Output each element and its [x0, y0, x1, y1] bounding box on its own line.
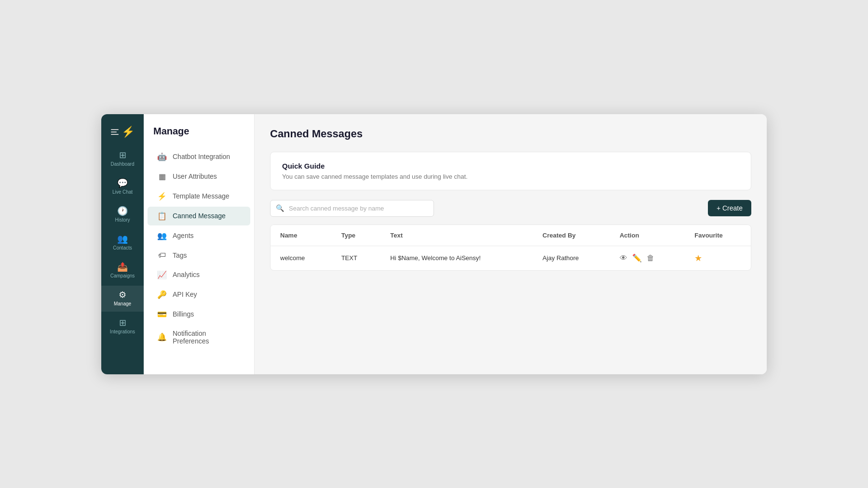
billings-icon: 💳 [157, 310, 167, 319]
sidebar-item-agents-label: Agents [173, 232, 194, 239]
table-header-row: Name Type Text Created By Action Favouri… [271, 225, 751, 246]
sidebar-item-live-chat-label: Live Chat [112, 189, 133, 195]
sidebar-item-contacts[interactable]: 👥 Contacts [101, 230, 144, 256]
tags-icon: 🏷 [157, 251, 167, 260]
col-name: Name [271, 225, 332, 246]
contacts-icon: 👥 [117, 235, 128, 243]
sidebar-item-chatbot-integration[interactable]: 🤖 Chatbot Integration [148, 147, 250, 166]
create-button[interactable]: + Create [708, 200, 751, 216]
col-text: Text [380, 225, 533, 246]
col-created-by: Created By [533, 225, 610, 246]
chatbot-integration-icon: 🤖 [157, 152, 167, 161]
sidebar-item-manage-label: Manage [114, 301, 131, 307]
campaigns-icon: 📤 [117, 263, 128, 271]
sidebar-item-user-attributes-label: User Attributes [173, 172, 217, 180]
history-icon: 🕐 [117, 207, 128, 215]
search-icon: 🔍 [276, 204, 284, 212]
sidebar-item-notification-preferences[interactable]: 🔔 Notification Preferences [148, 325, 250, 350]
cell-text: Hi $Name, Welcome to AiSensy! [380, 246, 533, 270]
delete-icon[interactable]: 🗑 [647, 254, 654, 263]
integrations-icon: ⊞ [119, 318, 126, 327]
sidebar-item-dashboard-label: Dashboard [111, 161, 135, 167]
sidebar-item-canned-message-label: Canned Message [173, 212, 226, 220]
search-input[interactable] [270, 200, 434, 217]
main-content: Canned Messages Quick Guide You can save… [255, 114, 767, 374]
sidebar-item-billings[interactable]: 💳 Billings [148, 305, 250, 324]
sidebar-item-history-label: History [115, 217, 130, 223]
edit-icon[interactable]: ✏️ [632, 253, 642, 263]
sidebar-item-campaigns-label: Campaigns [110, 273, 135, 279]
icon-sidebar-nav: ⊞ Dashboard 💬 Live Chat 🕐 History 👥 Cont… [101, 146, 144, 340]
sidebar-item-contacts-label: Contacts [113, 245, 132, 251]
cell-action: 👁 ✏️ 🗑 [610, 246, 685, 270]
sidebar-item-canned-message[interactable]: 📋 Canned Message [148, 207, 250, 225]
sidebar-item-api-key[interactable]: 🔑 API Key [148, 285, 250, 304]
favourite-icon[interactable]: ★ [694, 253, 702, 263]
analytics-icon: 📈 [157, 270, 167, 279]
icon-sidebar: ⚡ ⊞ Dashboard 💬 Live Chat 🕐 History 👥 Co… [101, 114, 144, 374]
sidebar-item-campaigns[interactable]: 📤 Campaigns [101, 258, 144, 284]
manage-icon: ⚙ [119, 290, 126, 299]
sidebar-item-integrations[interactable]: ⊞ Integrations [101, 314, 144, 340]
live-chat-icon: 💬 [117, 179, 128, 187]
cell-created-by: Ajay Rathore [533, 246, 610, 270]
table-row: welcome TEXT Hi $Name, Welcome to AiSens… [271, 246, 751, 270]
sidebar-item-integrations-label: Integrations [110, 329, 135, 335]
app-window: ⚡ ⊞ Dashboard 💬 Live Chat 🕐 History 👥 Co… [101, 114, 767, 374]
agents-icon: 👥 [157, 231, 167, 240]
sidebar-item-template-message-label: Template Message [173, 192, 230, 200]
logo-bolt-icon: ⚡ [122, 126, 135, 138]
view-icon[interactable]: 👁 [620, 254, 627, 263]
col-action: Action [610, 225, 685, 246]
sidebar-item-history[interactable]: 🕐 History [101, 202, 144, 228]
sidebar-item-analytics-label: Analytics [173, 271, 200, 278]
sidebar-item-billings-label: Billings [173, 310, 194, 318]
logo-area: ⚡ [101, 122, 144, 146]
notification-preferences-icon: 🔔 [157, 332, 167, 342]
user-attributes-icon: ▦ [157, 172, 167, 181]
sidebar-item-api-key-label: API Key [173, 290, 197, 298]
sidebar-item-user-attributes[interactable]: ▦ User Attributes [148, 167, 250, 186]
sidebar-item-tags[interactable]: 🏷 Tags [148, 246, 250, 264]
sidebar-item-chatbot-integration-label: Chatbot Integration [173, 153, 230, 160]
sidebar-item-analytics[interactable]: 📈 Analytics [148, 265, 250, 284]
canned-message-icon: 📋 [157, 211, 167, 221]
sidebar-item-template-message[interactable]: ⚡ Template Message [148, 187, 250, 206]
sidebar-item-dashboard[interactable]: ⊞ Dashboard [101, 146, 144, 172]
template-message-icon: ⚡ [157, 192, 167, 201]
quick-guide-box: Quick Guide You can save canned message … [270, 152, 751, 190]
dashboard-icon: ⊞ [119, 151, 126, 159]
quick-guide-title: Quick Guide [282, 162, 739, 170]
api-key-icon: 🔑 [157, 290, 167, 299]
cell-favourite: ★ [685, 246, 751, 270]
cell-name: welcome [271, 246, 332, 270]
sidebar-item-notification-preferences-label: Notification Preferences [173, 330, 241, 345]
sidebar-section-title: Manage [144, 126, 254, 146]
logo-lines-icon [111, 129, 119, 135]
cell-type: TEXT [332, 246, 381, 270]
col-type: Type [332, 225, 381, 246]
quick-guide-description: You can save canned message templates an… [282, 173, 739, 180]
second-sidebar: Manage 🤖 Chatbot Integration ▦ User Attr… [144, 114, 255, 374]
sidebar-item-agents[interactable]: 👥 Agents [148, 226, 250, 245]
sidebar-item-manage[interactable]: ⚙ Manage [101, 286, 144, 312]
canned-messages-table: Name Type Text Created By Action Favouri… [271, 225, 751, 270]
canned-messages-table-container: Name Type Text Created By Action Favouri… [270, 224, 751, 271]
search-create-row: 🔍 + Create [270, 200, 751, 217]
search-box: 🔍 [270, 200, 434, 217]
col-favourite: Favourite [685, 225, 751, 246]
page-title: Canned Messages [270, 128, 751, 140]
sidebar-item-live-chat[interactable]: 💬 Live Chat [101, 174, 144, 200]
sidebar-item-tags-label: Tags [173, 251, 187, 259]
